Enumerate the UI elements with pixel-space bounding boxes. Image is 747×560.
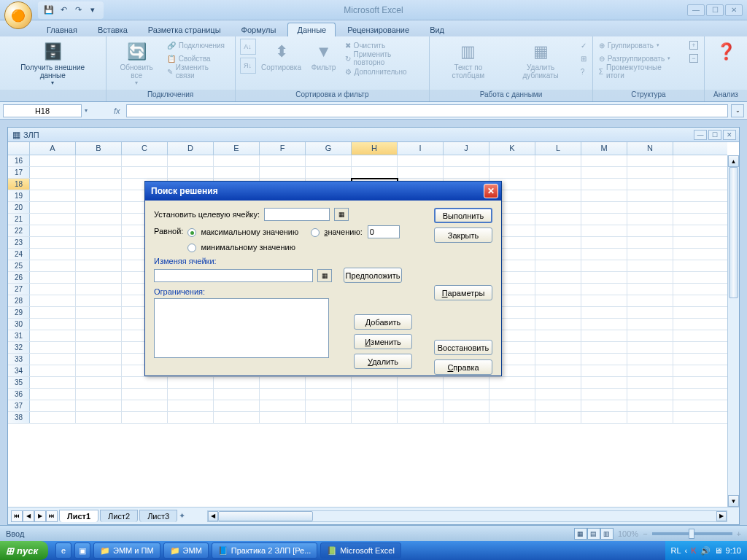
cell[interactable] xyxy=(535,342,581,353)
cell[interactable] xyxy=(76,260,122,271)
tab-formulas[interactable]: Формулы xyxy=(233,23,285,36)
cell[interactable] xyxy=(444,167,489,178)
cell[interactable] xyxy=(489,377,535,388)
cell[interactable] xyxy=(535,307,581,318)
cell[interactable] xyxy=(535,179,581,190)
cell[interactable] xyxy=(30,167,76,178)
cell[interactable] xyxy=(214,167,260,178)
column-header[interactable]: D xyxy=(168,142,214,155)
cell[interactable] xyxy=(581,260,627,271)
cell[interactable] xyxy=(627,272,673,283)
cell[interactable] xyxy=(214,400,260,411)
cell[interactable] xyxy=(535,155,581,166)
cell[interactable] xyxy=(627,295,673,306)
column-header[interactable]: J xyxy=(444,142,489,155)
remove-duplicates-button[interactable]: ▦ Удалить дубликаты xyxy=(505,39,576,81)
cell[interactable] xyxy=(122,412,168,423)
row-header[interactable]: 29 xyxy=(8,307,30,318)
cell[interactable] xyxy=(535,295,581,306)
column-header[interactable]: I xyxy=(398,142,444,155)
cell[interactable] xyxy=(306,155,352,166)
cell[interactable] xyxy=(122,400,168,411)
cell[interactable] xyxy=(76,342,122,353)
row-header[interactable]: 34 xyxy=(8,365,30,376)
quicklaunch-desktop[interactable]: ▣ xyxy=(74,542,90,559)
cell[interactable] xyxy=(214,412,260,423)
cell[interactable] xyxy=(76,167,122,178)
cell[interactable] xyxy=(76,307,122,318)
cell[interactable] xyxy=(30,295,76,306)
cell[interactable] xyxy=(76,272,122,283)
tray-expand-icon[interactable]: ‹ xyxy=(685,546,688,555)
column-header[interactable]: E xyxy=(214,142,260,155)
tray-volume-icon[interactable]: 🔊 xyxy=(700,546,711,556)
row-header[interactable]: 19 xyxy=(8,190,30,201)
cell[interactable] xyxy=(76,295,122,306)
cell[interactable] xyxy=(214,155,260,166)
cell[interactable] xyxy=(535,225,581,236)
view-pagelayout-icon[interactable]: ▤ xyxy=(587,528,600,540)
taskbar-item[interactable]: 📁ЭММ и ПМ xyxy=(93,542,160,559)
edit-links-button[interactable]: ✎Изменить связи xyxy=(166,65,231,78)
hide-detail-button[interactable]: − xyxy=(688,52,700,65)
scroll-left-icon[interactable]: ◀ xyxy=(208,511,218,521)
row-header[interactable]: 38 xyxy=(8,412,30,423)
cell[interactable] xyxy=(30,284,76,295)
cell[interactable] xyxy=(535,412,581,423)
cell[interactable] xyxy=(581,412,627,423)
tab-home[interactable]: Главная xyxy=(38,23,86,36)
view-normal-icon[interactable]: ▦ xyxy=(574,528,587,540)
zoom-thumb[interactable] xyxy=(689,529,694,539)
cell[interactable] xyxy=(398,389,444,400)
cell[interactable] xyxy=(30,155,76,166)
zoom-level[interactable]: 100% xyxy=(618,529,638,538)
cell[interactable] xyxy=(581,365,627,376)
cell[interactable] xyxy=(627,214,673,225)
cell[interactable] xyxy=(30,330,76,341)
cell[interactable] xyxy=(535,365,581,376)
delete-button[interactable]: Удалить xyxy=(354,354,412,369)
cell[interactable] xyxy=(352,412,398,423)
tab-review[interactable]: Рецензирование xyxy=(338,23,418,36)
radio-value[interactable] xyxy=(311,228,320,237)
cell[interactable] xyxy=(627,284,673,295)
cell[interactable] xyxy=(627,400,673,411)
cell[interactable] xyxy=(30,272,76,283)
scroll-right-icon[interactable]: ▶ xyxy=(716,511,727,521)
cell[interactable] xyxy=(444,155,489,166)
cell[interactable] xyxy=(76,237,122,248)
row-header[interactable]: 23 xyxy=(8,237,30,248)
cell[interactable] xyxy=(30,260,76,271)
cell[interactable] xyxy=(76,389,122,400)
cell[interactable] xyxy=(122,389,168,400)
cell[interactable] xyxy=(122,155,168,166)
cell[interactable] xyxy=(535,260,581,271)
cell[interactable] xyxy=(30,237,76,248)
row-header[interactable]: 33 xyxy=(8,354,30,365)
column-header[interactable]: A xyxy=(30,142,76,155)
row-header[interactable]: 16 xyxy=(8,155,30,166)
tray-lang[interactable]: RL xyxy=(671,546,681,555)
cell[interactable] xyxy=(581,237,627,248)
view-pagebreak-icon[interactable]: ▥ xyxy=(600,528,614,540)
cell[interactable] xyxy=(627,237,673,248)
cell[interactable] xyxy=(398,400,444,411)
cell[interactable] xyxy=(76,190,122,201)
cell[interactable] xyxy=(260,400,306,411)
scroll-up-icon[interactable]: ▲ xyxy=(728,155,739,167)
constraints-list[interactable] xyxy=(154,298,329,358)
cell[interactable] xyxy=(627,412,673,423)
sheet-tab[interactable]: Лист3 xyxy=(139,510,177,522)
value-input[interactable] xyxy=(368,225,400,238)
cell[interactable] xyxy=(444,389,489,400)
cell[interactable] xyxy=(627,260,673,271)
cell[interactable] xyxy=(581,225,627,236)
cell[interactable] xyxy=(30,225,76,236)
zoom-slider[interactable] xyxy=(652,532,732,535)
restore-button[interactable]: ☐ xyxy=(706,4,724,16)
cell[interactable] xyxy=(444,400,489,411)
cell[interactable] xyxy=(214,377,260,388)
cell[interactable] xyxy=(627,249,673,260)
cell[interactable] xyxy=(535,400,581,411)
cell[interactable] xyxy=(444,377,489,388)
